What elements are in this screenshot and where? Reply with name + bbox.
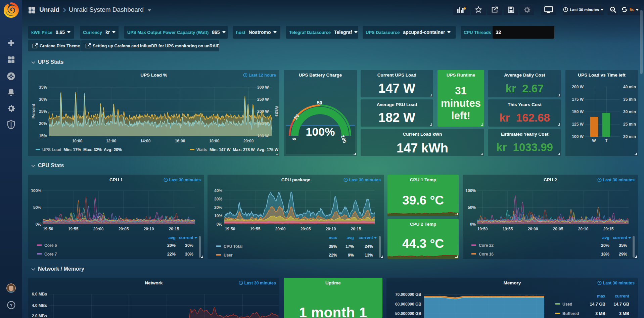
svg-text:?: ? <box>10 303 13 308</box>
